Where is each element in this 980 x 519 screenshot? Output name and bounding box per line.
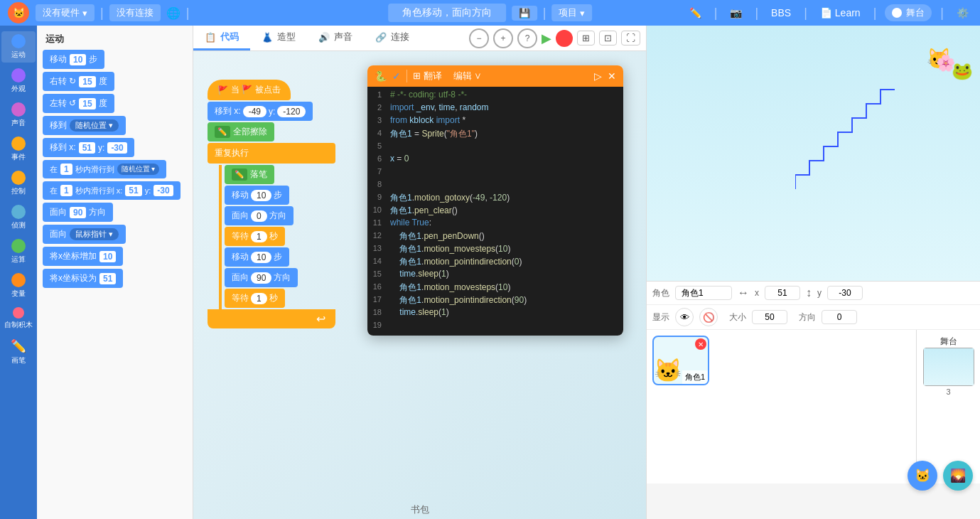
backdrop-preview[interactable] — [923, 348, 974, 386]
sidebar-item-control[interactable]: 控制 — [1, 168, 36, 199]
settings-button[interactable]: ⚙️ — [952, 5, 973, 21]
bbs-button[interactable]: BBS — [767, 5, 795, 21]
add-sprite-button[interactable]: 🐱 — [908, 461, 937, 491]
help-button[interactable]: ? — [517, 28, 537, 48]
x-coord-input[interactable] — [765, 286, 800, 300]
fullscreen-button[interactable]: ⛶ — [621, 31, 640, 46]
goto-xy-block[interactable]: 移到 x: 51 y: -30 — [43, 138, 134, 157]
sidebar-item-sensing[interactable]: 侦测 — [1, 202, 36, 233]
code-editor-popup: 🐍 ✓ ⊞ 翻译 编辑 ∨ ▷ ✕ 1 # -*- coding: utf-8 … — [367, 65, 623, 336]
separator-6: | — [804, 6, 807, 21]
face2-block[interactable]: 面向 90 方向 — [225, 268, 298, 287]
sidebar-item-appearance[interactable]: 外观 — [1, 65, 36, 97]
normal-view-button[interactable]: ⊞ — [577, 31, 595, 46]
random-dropdown[interactable]: 随机位置 ▾ — [70, 119, 119, 132]
hide-eye-button[interactable]: 🚫 — [699, 308, 718, 326]
code-line-15: 15 time.sleep(1) — [367, 269, 623, 282]
tab-connect[interactable]: 🔗 连接 — [364, 26, 421, 50]
wait2-unit: 秒 — [269, 292, 278, 304]
add-backdrop-button[interactable]: 🌄 — [943, 461, 973, 491]
wait2-block[interactable]: 等待 1 秒 — [225, 289, 285, 308]
move1-num: 10 — [251, 190, 271, 201]
code-line-16: 16 角色1.motion_movesteps(10) — [367, 282, 623, 294]
sidebar-item-motion[interactable]: 运动 — [1, 31, 36, 63]
stop-button[interactable] — [556, 30, 573, 47]
sidebar-item-pen[interactable]: ✏️ 画笔 — [1, 336, 36, 368]
tab-sound[interactable]: 🔊 声音 — [307, 26, 364, 50]
hardware-button[interactable]: 没有硬件 ▾ — [36, 4, 95, 21]
repeat-block[interactable]: 重复执行 — [208, 143, 335, 164]
face-mouse-block[interactable]: 面向 鼠标指针 ▾ — [43, 225, 126, 244]
move-block[interactable]: 移动 10 步 — [43, 50, 104, 69]
learn-button[interactable]: 📄 Learn — [816, 5, 865, 21]
sidebar-item-events[interactable]: 事件 — [1, 134, 36, 165]
goto-xy-scratch-block[interactable]: 移到 x: -49 y: -120 — [208, 102, 313, 121]
move2-block[interactable]: 移动 10 步 — [225, 247, 289, 267]
toggle-stage-button[interactable]: 舞台 — [885, 4, 932, 21]
workspace: 📋 代码 👗 造型 🔊 声音 🔗 连接 − + ? ▶ ⊞ — [193, 26, 646, 519]
add-x-block-row: 将x坐标增加 10 — [43, 247, 187, 266]
project-menu-button[interactable]: 项目 ▾ — [551, 4, 592, 21]
editor-header-buttons: ▷ ✕ — [594, 70, 616, 82]
camera-icon-button[interactable]: 📷 — [726, 5, 746, 21]
connect-button[interactable]: 没有连接 — [109, 4, 161, 21]
sidebar-item-operators[interactable]: 运算 — [1, 236, 36, 267]
turn-left-block[interactable]: 左转 ↺ 15 度 — [43, 94, 114, 113]
move1-block[interactable]: 移动 10 步 — [225, 186, 289, 205]
logo-image: 🐱 — [8, 2, 29, 23]
show-eye-button[interactable]: 👁 — [675, 308, 694, 326]
zoom-in-button[interactable]: + — [493, 28, 513, 48]
size-input[interactable] — [752, 310, 787, 324]
turbo-view-button[interactable]: ⊡ — [599, 31, 617, 46]
play-button[interactable]: ▶ — [542, 31, 551, 46]
up-arrow-icon: ↕ — [806, 287, 812, 299]
wait1-block[interactable]: 等待 1 秒 — [225, 227, 285, 246]
tab-code[interactable]: 📋 代码 — [193, 26, 250, 50]
loop-contents: ✏️ 落笔 移动 10 步 面向 0 方向 — [219, 165, 335, 309]
edit-menu[interactable]: 编辑 ∨ — [453, 70, 483, 82]
staircase-svg — [795, 82, 937, 196]
save-button[interactable]: 💾 — [512, 6, 537, 21]
glide-num: 1 — [60, 164, 72, 175]
right-panel: 🐱 🐸 🌸 角色 ↔ x ↕ y 显示 👁 🚫 — [646, 26, 980, 519]
sidebar-item-sound[interactable]: 声音 — [1, 100, 36, 131]
goto-xy-block-row: 移到 x: 51 y: -30 — [43, 138, 187, 157]
size-label: 大小 — [729, 311, 746, 323]
goto-random-block[interactable]: 移到 随机位置 ▾ — [43, 116, 126, 135]
sprite-delete-button[interactable]: ✕ — [695, 338, 706, 350]
glide-xy-block[interactable]: 在 1 秒内滑行到 x: 51 y: -30 — [43, 181, 181, 200]
edit-icon-button[interactable]: ✏️ — [685, 5, 706, 21]
sidebar-item-variables[interactable]: 变量 — [1, 270, 36, 301]
add-x-num: 10 — [99, 251, 116, 262]
hat-block[interactable]: 🚩 当 🚩 被点击 — [208, 80, 291, 100]
sprite-info-bar: 角色 ↔ x ↕ y — [647, 282, 980, 305]
sprite-thumb-1[interactable]: 🐱 ✕ 角色1 — [652, 336, 709, 385]
project-chevron: ▾ — [580, 8, 585, 18]
zoom-out-button[interactable]: − — [469, 28, 489, 48]
globe-icon[interactable]: 🌐 — [166, 6, 181, 20]
wait1-num: 1 — [251, 231, 267, 242]
clear-block[interactable]: ✏️ 全部擦除 — [208, 122, 274, 141]
set-x-block[interactable]: 将x坐标设为 51 — [43, 269, 123, 288]
face1-block[interactable]: 面向 0 方向 — [225, 206, 294, 225]
sidebar-item-custom[interactable]: 自制积木 — [1, 304, 36, 333]
sprite-name-input[interactable] — [675, 286, 732, 300]
face-dir-block[interactable]: 面向 90 方向 — [43, 203, 113, 222]
mouse-dropdown[interactable]: 鼠标指针 ▾ — [70, 228, 119, 240]
dir-label: 方向 — [799, 311, 816, 323]
glide-random-block[interactable]: 在 1 秒内滑行到 随机位置 ▾ — [43, 160, 166, 178]
play-editor-button[interactable]: ▷ — [594, 70, 602, 82]
costume-tab-label: 造型 — [277, 31, 296, 43]
scratch-blocks-stack: 🚩 当 🚩 被点击 移到 x: -49 y: -120 ✏️ 全部擦除 — [208, 80, 335, 328]
tab-costume[interactable]: 👗 造型 — [250, 26, 307, 50]
turn-right-block[interactable]: 右转 ↻ 15 度 — [43, 72, 114, 91]
dir-input[interactable] — [822, 310, 857, 324]
pen-down-block[interactable]: ✏️ 落笔 — [225, 165, 274, 184]
glide-random-dropdown[interactable]: 随机位置 ▾ — [117, 164, 160, 175]
close-editor-button[interactable]: ✕ — [608, 70, 616, 82]
add-x-block[interactable]: 将x坐标增加 10 — [43, 247, 123, 266]
y-coord-input[interactable] — [827, 286, 863, 300]
sprite-info-label: 角色 — [652, 287, 669, 299]
glide-xy-label: 在 — [50, 186, 58, 196]
sound-tab-icon: 🔊 — [318, 32, 330, 43]
